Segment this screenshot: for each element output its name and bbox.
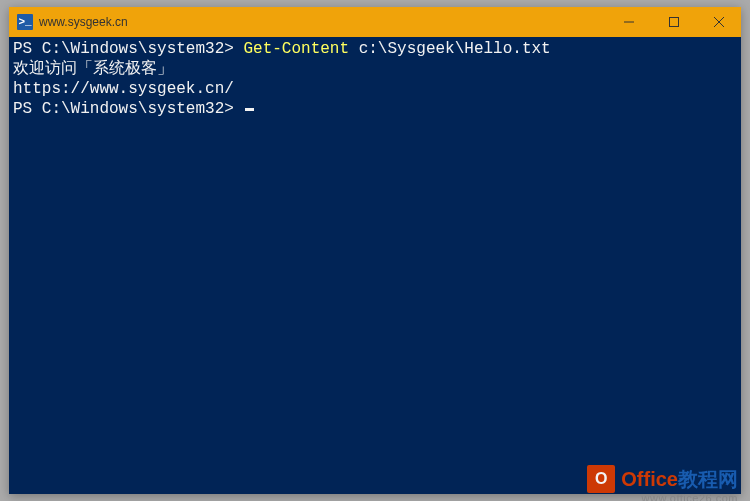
- powershell-window: >_ www.sysgeek.cn PS C:\Windows\system32…: [9, 7, 741, 494]
- minimize-button[interactable]: [606, 7, 651, 37]
- powershell-icon-glyph: >_: [18, 17, 31, 28]
- terminal-segment: c:\Sysgeek\Hello.txt: [349, 40, 551, 58]
- close-button[interactable]: [696, 7, 741, 37]
- powershell-icon: >_: [17, 14, 33, 30]
- svg-rect-1: [669, 18, 678, 27]
- watermark-text-office: Office: [621, 468, 678, 491]
- maximize-icon: [669, 17, 679, 27]
- terminal-segment: PS C:\Windows\system32>: [13, 40, 243, 58]
- terminal-area[interactable]: PS C:\Windows\system32> Get-Content c:\S…: [9, 37, 741, 121]
- cursor: [245, 108, 254, 111]
- terminal-line: https://www.sysgeek.cn/: [13, 79, 737, 99]
- watermark-url: www.office26.com: [642, 492, 738, 501]
- watermark-logo: O Office 教程网: [587, 465, 738, 493]
- window-controls: [606, 7, 741, 37]
- terminal-segment: https://www.sysgeek.cn/: [13, 80, 234, 98]
- titlebar[interactable]: >_ www.sysgeek.cn: [9, 7, 741, 37]
- close-icon: [714, 17, 724, 27]
- minimize-icon: [624, 17, 634, 27]
- terminal-segment: PS C:\Windows\system32>: [13, 100, 243, 118]
- terminal-segment: 欢迎访问「系统极客」: [13, 60, 173, 78]
- terminal-line: PS C:\Windows\system32> Get-Content c:\S…: [13, 39, 737, 59]
- terminal-line: PS C:\Windows\system32>: [13, 99, 737, 119]
- watermark-icon: O: [587, 465, 615, 493]
- window-title: www.sysgeek.cn: [39, 15, 606, 29]
- terminal-segment: Get-Content: [243, 40, 349, 58]
- maximize-button[interactable]: [651, 7, 696, 37]
- terminal-line: 欢迎访问「系统极客」: [13, 59, 737, 79]
- watermark-text-cn: 教程网: [678, 466, 738, 493]
